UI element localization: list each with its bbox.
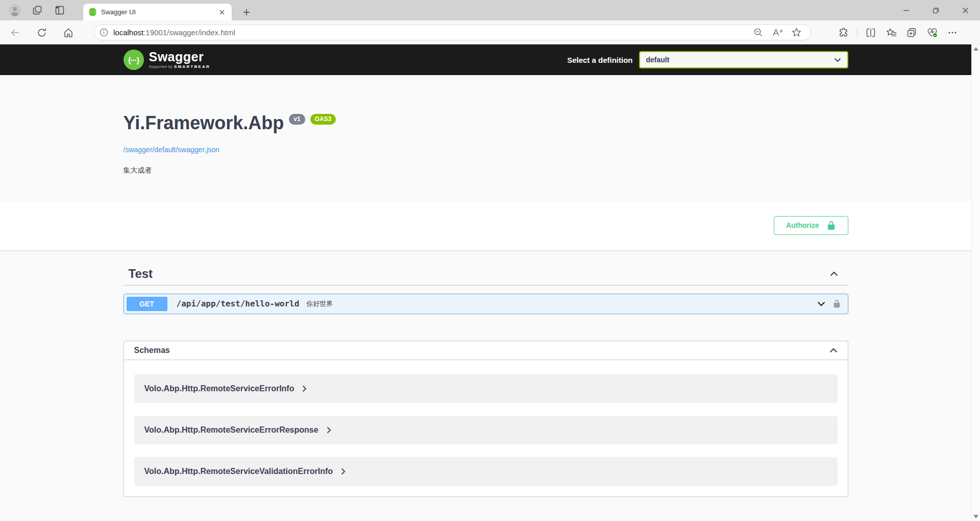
schema-name: Volo.Abp.Http.RemoteServiceErrorInfo — [144, 384, 295, 393]
toolbar-divider — [857, 28, 857, 38]
plus-icon — [243, 9, 250, 16]
profile-avatar[interactable] — [7, 3, 22, 18]
browser-essentials-button[interactable] — [925, 26, 939, 40]
swagger-logo[interactable]: {···} Swagger Supported bySMARTBEAR — [124, 50, 210, 70]
definition-select-label: Select a definition — [567, 56, 632, 64]
schema-row[interactable]: Volo.Abp.Http.RemoteServiceErrorResponse — [134, 416, 838, 444]
operation-path: /api/app/test/hello-world — [177, 299, 300, 309]
close-icon — [219, 10, 225, 15]
swagger-topbar: {···} Swagger Supported bySMARTBEAR Sele… — [0, 44, 971, 75]
schemas-header[interactable]: Schemas — [124, 341, 848, 360]
swagger-logo-subtext: Supported bySMARTBEAR — [149, 65, 210, 69]
scroll-up-arrow[interactable] — [973, 47, 978, 51]
operation-summary: 你好世界 — [306, 299, 333, 309]
close-icon — [962, 7, 969, 14]
favorites-button[interactable] — [884, 26, 898, 40]
tag-section-header[interactable]: Test — [124, 263, 848, 286]
swagger-favicon: {··} — [88, 8, 97, 16]
workspaces-icon — [32, 5, 42, 15]
url-text[interactable]: localhost:19001/swagger/index.html — [113, 28, 753, 37]
unlocked-padlock-icon — [826, 221, 836, 230]
chevron-up-icon[interactable] — [830, 271, 838, 276]
zoom-out-icon[interactable] — [753, 28, 763, 37]
home-button[interactable] — [60, 25, 77, 41]
swagger-page: {···} Swagger Supported bySMARTBEAR Sele… — [0, 44, 971, 521]
api-description: 集大成者 — [124, 166, 848, 175]
authorize-button[interactable]: Authorize — [774, 216, 848, 235]
schema-row[interactable]: Volo.Abp.Http.RemoteServiceValidationErr… — [134, 457, 838, 486]
page-bottom-space — [124, 497, 848, 521]
tab-actions-button[interactable] — [30, 3, 45, 18]
schemas-section: Schemas Volo.Abp.Http.RemoteServiceError… — [124, 341, 848, 497]
browser-tab[interactable]: {··} Swagger UI — [83, 4, 232, 20]
tag-title: Test — [129, 267, 153, 281]
back-button[interactable] — [7, 25, 23, 41]
spec-url-link[interactable]: /swagger/default/swagger.json — [124, 146, 219, 154]
chevron-right-icon — [302, 385, 307, 392]
unlocked-padlock-icon[interactable] — [832, 299, 841, 308]
tab-title: Swagger UI — [101, 8, 217, 16]
definition-select[interactable]: default — [639, 51, 848, 68]
address-bar[interactable]: localhost:19001/swagger/index.html — [94, 25, 811, 40]
schema-name: Volo.Abp.Http.RemoteServiceErrorResponse — [144, 425, 318, 435]
favorite-star-icon[interactable] — [792, 28, 801, 37]
split-screen-button[interactable] — [864, 26, 878, 40]
browser-window: {··} Swagger UI — [0, 0, 980, 521]
schemas-title: Schemas — [134, 346, 170, 355]
chevron-down-icon — [834, 58, 841, 62]
svg-text:{··}: {··} — [88, 10, 97, 14]
scheme-container: Authorize — [0, 201, 971, 250]
collections-icon — [906, 28, 917, 38]
restore-button[interactable] — [921, 0, 950, 20]
swagger-logo-text: Swagger — [149, 51, 210, 63]
browser-toolbar: localhost:19001/swagger/index.html — [0, 20, 980, 44]
api-info-section: Yi.Framework.Abp v1 OAS3 /swagger/defaul… — [0, 75, 971, 201]
favorites-bar-icon — [886, 28, 897, 38]
authorize-label: Authorize — [786, 221, 819, 229]
minimize-icon — [903, 7, 910, 14]
http-method-badge: GET — [127, 297, 167, 311]
schema-name: Volo.Abp.Http.RemoteServiceValidationErr… — [144, 467, 333, 476]
api-title: Yi.Framework.Abp v1 OAS3 — [124, 113, 848, 133]
scroll-down-arrow[interactable] — [973, 515, 978, 518]
vertical-tabs-button[interactable] — [52, 3, 67, 18]
close-window-button[interactable] — [950, 0, 980, 20]
more-dots-icon — [948, 28, 957, 37]
chevron-right-icon — [341, 468, 346, 475]
home-icon — [63, 28, 74, 38]
read-aloud-icon[interactable] — [772, 28, 782, 38]
extensions-icon — [839, 28, 849, 38]
operation-row[interactable]: GET /api/app/test/hello-world 你好世界 — [124, 294, 848, 314]
browser-essentials-icon — [927, 28, 938, 38]
url-host: localhost — [113, 28, 143, 37]
vertical-tabs-icon — [55, 5, 65, 15]
version-badge: v1 — [289, 114, 305, 125]
extensions-button[interactable] — [837, 26, 851, 40]
back-icon — [10, 28, 20, 38]
settings-menu-button[interactable] — [945, 26, 960, 40]
swagger-logo-icon: {···} — [124, 50, 144, 70]
refresh-button[interactable] — [34, 25, 50, 41]
tab-strip: {··} Swagger UI — [0, 0, 980, 20]
site-info-icon[interactable] — [100, 28, 108, 37]
minimize-button[interactable] — [891, 0, 921, 20]
spec-url: /swagger/default/swagger.json — [124, 146, 848, 154]
tab-close-button[interactable] — [217, 8, 227, 17]
chevron-down-icon[interactable] — [817, 301, 825, 306]
restore-icon — [933, 7, 939, 14]
split-screen-icon — [866, 28, 876, 38]
collections-button[interactable] — [904, 26, 919, 40]
new-tab-button[interactable] — [239, 5, 254, 20]
schema-row[interactable]: Volo.Abp.Http.RemoteServiceErrorInfo — [134, 374, 838, 403]
refresh-icon — [37, 28, 47, 38]
avatar-icon — [8, 4, 21, 17]
chevron-right-icon — [327, 427, 331, 434]
chevron-up-icon[interactable] — [829, 348, 838, 353]
scrollbar[interactable] — [971, 44, 980, 521]
url-path: :19001/swagger/index.html — [143, 28, 235, 37]
oas3-badge: OAS3 — [310, 114, 336, 125]
definition-selected-value: default — [646, 56, 670, 64]
